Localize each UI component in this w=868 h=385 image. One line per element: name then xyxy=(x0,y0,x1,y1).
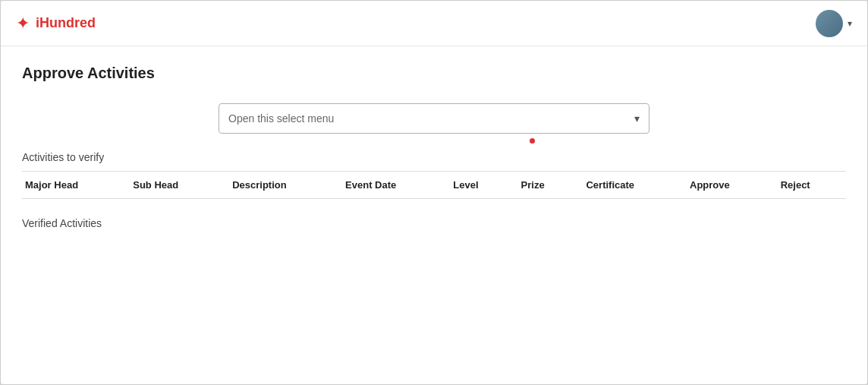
col-event-date: Event Date xyxy=(336,172,444,199)
brand-icon: ✦ xyxy=(16,14,30,33)
col-sub-head: Sub Head xyxy=(124,172,223,199)
app-window: ✦ iHundred ▾ Approve Activities Open thi… xyxy=(0,0,868,385)
page-title: Approve Activities xyxy=(22,65,846,82)
user-menu[interactable]: ▾ xyxy=(816,10,852,37)
verified-section-label: Verified Activities xyxy=(22,217,846,229)
avatar xyxy=(816,10,843,37)
navbar: ✦ iHundred ▾ xyxy=(1,1,867,46)
col-level: Level xyxy=(444,172,511,199)
activities-table: Major Head Sub Head Description Event Da… xyxy=(22,171,846,199)
select-placeholder: Open this select menu xyxy=(228,112,334,125)
table-header-row: Major Head Sub Head Description Event Da… xyxy=(22,172,846,199)
main-content: Approve Activities Open this select menu… xyxy=(1,46,867,384)
chevron-down-icon: ▾ xyxy=(848,18,852,29)
brand-name: iHundred xyxy=(36,15,96,31)
select-menu[interactable]: Open this select menu ▾ xyxy=(219,103,649,134)
red-dot-indicator xyxy=(530,138,535,144)
col-certificate: Certificate xyxy=(577,172,681,199)
col-major-head: Major Head xyxy=(22,172,124,199)
select-wrapper: Open this select menu ▾ xyxy=(22,103,846,134)
activities-section-label: Activities to verify xyxy=(22,151,846,163)
col-approve: Approve xyxy=(681,172,772,199)
indicator-row xyxy=(22,138,846,144)
col-reject: Reject xyxy=(772,172,846,199)
select-chevron-icon: ▾ xyxy=(634,112,640,125)
col-description: Description xyxy=(223,172,336,199)
brand: ✦ iHundred xyxy=(16,14,96,33)
col-prize: Prize xyxy=(512,172,577,199)
